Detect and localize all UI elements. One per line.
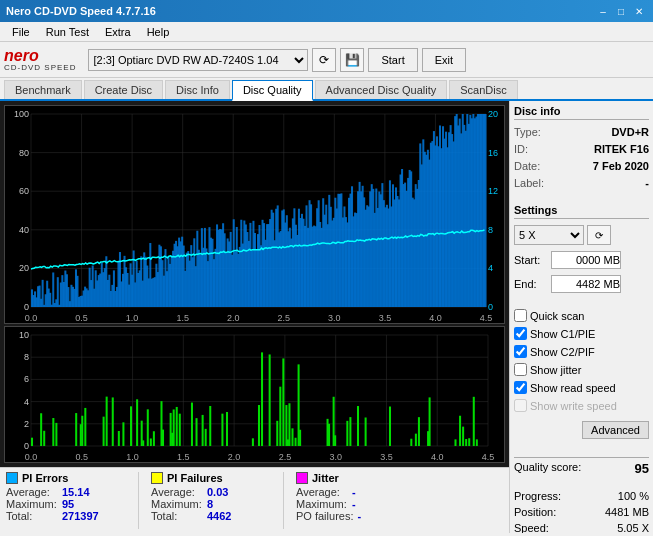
po-failures-value: -	[357, 510, 361, 522]
menu-bar: File Run Test Extra Help	[0, 22, 653, 42]
progress-label: Progress:	[514, 490, 561, 502]
disc-label-value: -	[645, 177, 649, 189]
pif-avg-label: Average:	[151, 486, 203, 498]
quality-score-row: Quality score: 95	[514, 457, 649, 476]
pi-total-label: Total:	[6, 510, 58, 522]
show-read-speed-checkbox[interactable]	[514, 381, 527, 394]
start-label: Start:	[514, 254, 548, 266]
show-jitter-label: Show jitter	[530, 364, 581, 376]
tab-disc-info[interactable]: Disc Info	[165, 80, 230, 99]
pi-failures-stats: PI Failures Average: 0.03 Maximum: 8 Tot…	[151, 472, 271, 529]
show-c1-label: Show C1/PIE	[530, 328, 595, 340]
disc-date-label: Date:	[514, 160, 540, 172]
jitter-max-value: -	[352, 498, 356, 510]
show-jitter-row: Show jitter	[514, 363, 649, 376]
pi-avg-label: Average:	[6, 486, 58, 498]
pif-max-label: Maximum:	[151, 498, 203, 510]
main-content: PI Errors Average: 15.14 Maximum: 95 Tot…	[0, 101, 653, 533]
speed-label: Speed:	[514, 522, 549, 533]
show-write-speed-checkbox	[514, 399, 527, 412]
minimize-button[interactable]: –	[595, 3, 611, 19]
position-value: 4481 MB	[605, 506, 649, 518]
quality-score-value: 95	[635, 461, 649, 476]
chart-bottom	[4, 326, 505, 463]
drive-select[interactable]: [2:3] Optiarc DVD RW AD-7240S 1.04	[88, 49, 308, 71]
quick-scan-row: Quick scan	[514, 309, 649, 322]
pi-avg-value: 15.14	[62, 486, 90, 498]
end-label: End:	[514, 278, 548, 290]
pi-failures-legend	[151, 472, 163, 484]
pif-total-label: Total:	[151, 510, 203, 522]
tab-benchmark[interactable]: Benchmark	[4, 80, 82, 99]
show-jitter-checkbox[interactable]	[514, 363, 527, 376]
pif-max-value: 8	[207, 498, 213, 510]
progress-value: 100 %	[618, 490, 649, 502]
show-c2-row: Show C2/PIF	[514, 345, 649, 358]
settings-title: Settings	[514, 204, 649, 219]
title-text: Nero CD-DVD Speed 4.7.7.16	[6, 5, 156, 17]
disc-type-value: DVD+R	[611, 126, 649, 138]
menu-extra[interactable]: Extra	[97, 24, 139, 40]
jitter-avg-value: -	[352, 486, 356, 498]
menu-file[interactable]: File	[4, 24, 38, 40]
jitter-avg-label: Average:	[296, 486, 348, 498]
refresh-drive-button[interactable]: ⟳	[312, 48, 336, 72]
jitter-max-label: Maximum:	[296, 498, 348, 510]
speed-select[interactable]: 5 X 1 X 2 X 4 X 8 X Max	[514, 225, 584, 245]
disc-date-value: 7 Feb 2020	[593, 160, 649, 172]
exit-button[interactable]: Exit	[422, 48, 466, 72]
start-button[interactable]: Start	[368, 48, 417, 72]
close-button[interactable]: ✕	[631, 3, 647, 19]
nero-logo: nero CD-DVD SPEED	[4, 48, 76, 72]
quick-scan-checkbox[interactable]	[514, 309, 527, 322]
pi-errors-stats: PI Errors Average: 15.14 Maximum: 95 Tot…	[6, 472, 126, 529]
show-read-speed-row: Show read speed	[514, 381, 649, 394]
po-failures-label: PO failures:	[296, 510, 353, 522]
jitter-legend	[296, 472, 308, 484]
pi-total-value: 271397	[62, 510, 99, 522]
show-c1-row: Show C1/PIE	[514, 327, 649, 340]
end-input[interactable]	[551, 275, 621, 293]
disc-info-title: Disc info	[514, 105, 649, 120]
tab-bar: Benchmark Create Disc Disc Info Disc Qua…	[0, 78, 653, 101]
tab-create-disc[interactable]: Create Disc	[84, 80, 163, 99]
menu-run-test[interactable]: Run Test	[38, 24, 97, 40]
show-c2-checkbox[interactable]	[514, 345, 527, 358]
save-button[interactable]: 💾	[340, 48, 364, 72]
menu-help[interactable]: Help	[139, 24, 178, 40]
chart-area	[0, 101, 509, 467]
speed-row: 5 X 1 X 2 X 4 X 8 X Max ⟳	[514, 225, 649, 245]
pi-errors-legend	[6, 472, 18, 484]
quality-score-label: Quality score:	[514, 461, 581, 476]
advanced-button[interactable]: Advanced	[582, 421, 649, 439]
show-c2-label: Show C2/PIF	[530, 346, 595, 358]
pif-total-value: 4462	[207, 510, 231, 522]
pi-failures-title: PI Failures	[167, 472, 223, 484]
pi-max-label: Maximum:	[6, 498, 58, 510]
tab-advanced-disc-quality[interactable]: Advanced Disc Quality	[315, 80, 448, 99]
show-write-speed-row: Show write speed	[514, 399, 649, 412]
speed-refresh-button[interactable]: ⟳	[587, 225, 611, 245]
jitter-stats: Jitter Average: - Maximum: - PO failures…	[296, 472, 416, 529]
position-label: Position:	[514, 506, 556, 518]
tab-disc-quality[interactable]: Disc Quality	[232, 80, 313, 101]
disc-label-label: Label:	[514, 177, 544, 189]
tab-scan-disc[interactable]: ScanDisc	[449, 80, 517, 99]
disc-id-label: ID:	[514, 143, 528, 155]
show-write-speed-label: Show write speed	[530, 400, 617, 412]
toolbar: nero CD-DVD SPEED [2:3] Optiarc DVD RW A…	[0, 42, 653, 78]
title-bar: Nero CD-DVD Speed 4.7.7.16 – □ ✕	[0, 0, 653, 22]
jitter-title: Jitter	[312, 472, 339, 484]
start-input[interactable]	[551, 251, 621, 269]
chart-panel: PI Errors Average: 15.14 Maximum: 95 Tot…	[0, 101, 509, 533]
show-read-speed-label: Show read speed	[530, 382, 616, 394]
chart-top	[4, 105, 505, 324]
disc-id-value: RITEK F16	[594, 143, 649, 155]
pi-errors-title: PI Errors	[22, 472, 68, 484]
right-panel: Disc info Type: DVD+R ID: RITEK F16 Date…	[509, 101, 653, 533]
quick-scan-label: Quick scan	[530, 310, 584, 322]
maximize-button[interactable]: □	[613, 3, 629, 19]
show-c1-checkbox[interactable]	[514, 327, 527, 340]
pi-max-value: 95	[62, 498, 74, 510]
speed-value: 5.05 X	[617, 522, 649, 533]
